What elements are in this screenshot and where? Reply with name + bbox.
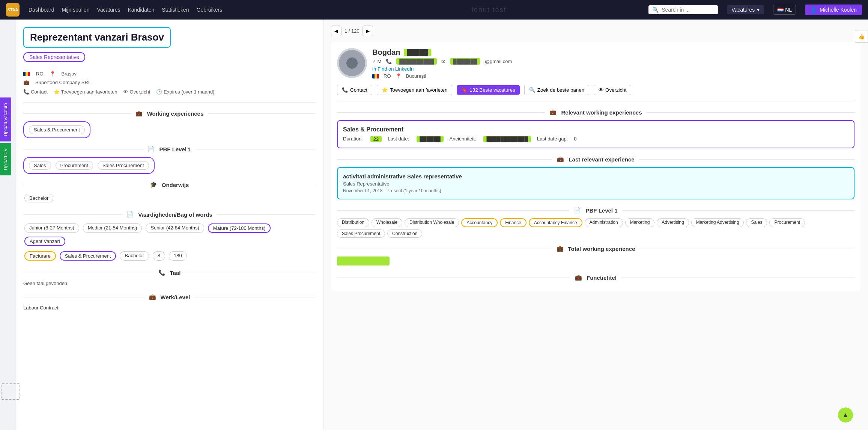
- candidate-avatar: [337, 48, 367, 78]
- candidate-pbf-tags: Distribution Wholesale Distribution Whol…: [337, 218, 854, 238]
- nav-vacatures[interactable]: Vacatures: [97, 7, 120, 13]
- nav-items: Dashboard Mijn spullen Vacatures Kandida…: [29, 7, 329, 13]
- nav-kandidaten[interactable]: Kandidaten: [128, 7, 154, 13]
- flag-icon: 🇳🇱: [777, 7, 784, 13]
- top-navigation: STAA Dashboard Mijn spullen Vacatures Ka…: [0, 0, 868, 20]
- tag-junior: Junior (8-27 Months): [24, 223, 79, 233]
- nav-gebruikers[interactable]: Gebruikers: [197, 7, 222, 13]
- upload-vacature-button[interactable]: Upload Vacature: [0, 98, 11, 142]
- next-page-button[interactable]: ▶: [363, 26, 373, 36]
- graduation-icon: 🎓: [150, 181, 157, 188]
- briefcase-section-icon: 💼: [135, 110, 143, 117]
- section-taal-label: Taal: [170, 270, 181, 276]
- section-working-exp: 💼 Working experiences: [23, 110, 316, 117]
- tag-bachelor: Bachelor: [24, 194, 53, 202]
- pbf-marketing: Marketing: [625, 218, 655, 227]
- job-company: Superfood Company SRL: [35, 80, 91, 85]
- pbf-finance: Finance: [500, 218, 527, 227]
- pbf-distribution-wholesale: Distribution Wholesale: [405, 218, 459, 227]
- zoek-banen-button[interactable]: 🔍 Zoek de beste banen: [524, 85, 589, 95]
- duration-val: 22: [370, 136, 382, 142]
- pagination: ◀ 1 / 120 ▶: [331, 26, 373, 36]
- expires-action[interactable]: 🕐 Expires (over 1 maand): [156, 89, 214, 95]
- doc-icon: 📄: [147, 146, 155, 152]
- pbf-administration: Administration: [585, 218, 623, 227]
- chevron-down-icon: ▾: [757, 7, 760, 13]
- section-rel-work: 💼 Relevant working experiences: [337, 109, 854, 116]
- like-button[interactable]: 👍: [855, 30, 868, 43]
- briefcase-icon: 💼: [23, 80, 29, 85]
- user-icon: 👤: [810, 7, 817, 13]
- nav-statistieken[interactable]: Statistieken: [162, 7, 189, 13]
- phone-icon-cand: 📞: [386, 59, 392, 64]
- job-panel: Reprezentant vanzari Brasov Sales Repres…: [16, 20, 323, 430]
- tag-sales-procurement: Sales Procurement: [98, 161, 149, 170]
- tag-sales: Sales: [29, 161, 51, 170]
- last-rel-box: activitati administrative Sales represen…: [337, 167, 854, 199]
- candidate-last-name-highlight: █████: [404, 49, 431, 56]
- doc-cand-icon: 📄: [574, 207, 581, 214]
- overview-action[interactable]: 👁 Overzicht: [123, 89, 150, 95]
- cand-overzicht-button[interactable]: 👁 Overzicht: [594, 85, 631, 95]
- ancienniteit-label: Anciënniteit:: [450, 136, 476, 142]
- section-onderwijs-label: Onderwijs: [162, 182, 189, 188]
- section-vaardigheden-label: Vaardigheden/Bag of words: [138, 211, 212, 218]
- tag-senior: Senior (42-84 Months): [146, 223, 204, 233]
- section-total-work-label: Total working experience: [568, 246, 635, 252]
- favorite-action[interactable]: ⭐ Toevoegen aan favorieten: [54, 89, 117, 95]
- pbf-construction: Construction: [387, 229, 422, 238]
- briefcase-last-icon: 💼: [557, 156, 564, 163]
- candidate-info: Bogdan █████ ♂ M 📞 ██████████ ✉ ███████ …: [337, 48, 854, 80]
- search-scope-label: Vacatures: [731, 7, 755, 13]
- last-rel-subtitle: Sales Representative: [343, 181, 848, 187]
- total-exp-bar: [337, 256, 390, 266]
- linkedin-icon: in: [372, 66, 376, 72]
- prev-page-button[interactable]: ◀: [331, 26, 341, 36]
- section-vaardigheden: 📄 Vaardigheden/Bag of words: [23, 211, 316, 218]
- nav-dashboard[interactable]: Dashboard: [29, 7, 54, 13]
- cand-contact-button[interactable]: 📞 Contact: [337, 85, 372, 95]
- search-bar[interactable]: 🔍: [648, 5, 718, 14]
- section-werk: 💼 Werk/Level: [23, 294, 316, 300]
- labour-contract-label: Labour Contract:: [23, 305, 316, 311]
- briefcase-rel-icon: 💼: [549, 109, 557, 116]
- job-title: Reprezentant vanzari Brasov: [30, 32, 164, 43]
- user-menu-button[interactable]: 👤 Michelle Koolen: [805, 5, 862, 15]
- cand-flag-ro: [372, 74, 379, 78]
- candidate-details: Bogdan █████ ♂ M 📞 ██████████ ✉ ███████ …: [372, 48, 854, 80]
- nav-mijn-spullen[interactable]: Mijn spullen: [62, 7, 90, 13]
- pbf-advertising: Advertising: [657, 218, 689, 227]
- duration-label: Duration:: [343, 136, 363, 142]
- section-last-rel-label: Last relevant experience: [569, 156, 634, 163]
- contact-action[interactable]: 📞 Contact: [23, 89, 48, 95]
- section-werk-label: Werk/Level: [161, 294, 190, 300]
- linkedin-link[interactable]: in Find on LinkedIn: [372, 66, 854, 72]
- tag-8: 8: [153, 251, 165, 261]
- job-subtitle-box: Sales Representative: [23, 52, 85, 62]
- scroll-to-top-button[interactable]: ▲: [838, 407, 853, 422]
- phone-icon: 📞: [158, 269, 165, 276]
- tag-agent-vanzari: Agent Vanzari: [24, 237, 65, 246]
- search-scope-dropdown[interactable]: Vacatures ▾: [727, 5, 764, 14]
- language-button[interactable]: 🇳🇱 NL: [773, 5, 796, 15]
- linkedin-text: Find on LinkedIn: [378, 66, 414, 72]
- section-last-rel: 💼 Last relevant experience: [337, 156, 854, 163]
- upload-cv-button[interactable]: Upload CV: [0, 143, 11, 175]
- doc-icon-2: 📄: [126, 211, 134, 218]
- tag-facturare: Facturare: [24, 251, 56, 261]
- cand-favorite-button[interactable]: ⭐ Toevoegen aan favorieten: [377, 85, 452, 95]
- briefcase-func-icon: 💼: [575, 274, 582, 281]
- logo[interactable]: STAA: [6, 3, 20, 17]
- section-cand-pbf: 📄 PBF Level 1: [337, 207, 854, 214]
- watermark-area: ionut test: [338, 6, 639, 14]
- job-title-box: Reprezentant vanzari Brasov: [23, 27, 171, 48]
- logo-icon: STAA: [6, 3, 20, 17]
- tag-medior: Medior (21-54 Months): [83, 223, 142, 233]
- section-total-work: 💼 Total working experience: [337, 245, 854, 252]
- candidate-phone: ██████████: [396, 58, 437, 65]
- candidate-header: ◀ 1 / 120 ▶: [331, 26, 860, 36]
- section-working-exp-label: Working experiences: [147, 110, 204, 117]
- search-input[interactable]: [662, 7, 714, 13]
- best-vacatures-button[interactable]: 🔖 132 Beste vacatures: [457, 85, 520, 95]
- user-name: Michelle Koolen: [820, 7, 857, 13]
